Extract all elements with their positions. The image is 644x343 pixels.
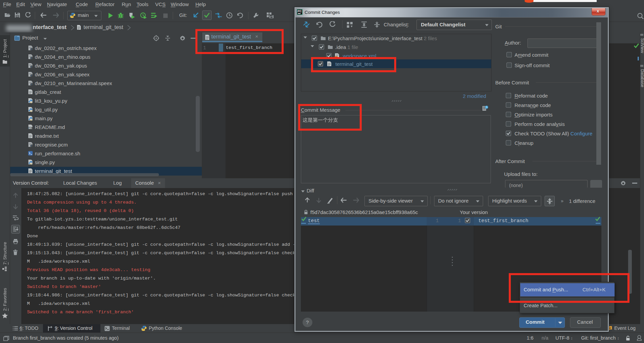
svg-text:4: 4 bbox=[609, 326, 611, 330]
